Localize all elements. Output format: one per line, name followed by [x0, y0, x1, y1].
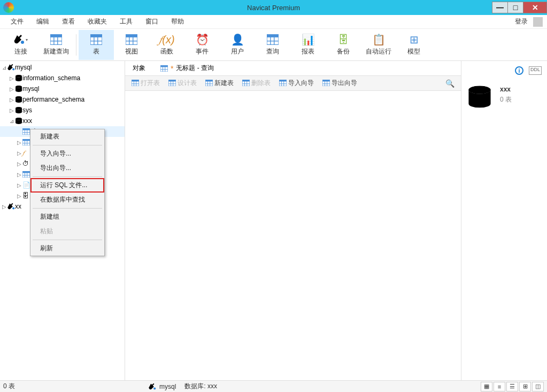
tool-function[interactable]: 𝑓(x) 函数 [149, 30, 184, 60]
query-group-icon [22, 171, 30, 178]
connection-tree[interactable]: ⊿ mysql ▷ information_schema ▷ mysql ▷ p… [0, 61, 125, 380]
menu-window[interactable]: 窗口 [139, 16, 165, 28]
view-group-icon [22, 139, 30, 145]
tab-objects[interactable]: 对象 [125, 61, 153, 75]
tool-new-query[interactable]: 新建查询 [38, 30, 74, 60]
menu-view[interactable]: 查看 [56, 16, 81, 28]
tool-event[interactable]: ⏰ 事件 [184, 30, 220, 60]
view-detail-button[interactable]: ☰ [506, 382, 518, 391]
open-table-icon [132, 80, 139, 87]
search-icon[interactable]: 🔍 [445, 79, 458, 88]
ctx-run-sql-file[interactable]: 运行 SQL 文件... [30, 178, 104, 193]
tree-connection[interactable]: ⊿ mysql [0, 62, 125, 73]
view-extra-button[interactable]: ◫ [532, 382, 544, 391]
connection-icon [7, 203, 15, 210]
report-icon: 📊 [301, 33, 315, 46]
status-connection-name: mysql [159, 383, 176, 390]
maximize-button[interactable]: □ [507, 2, 523, 13]
title-bar: Navicat Premium — □ ✕ [0, 0, 547, 15]
ctx-refresh[interactable]: 刷新 [30, 241, 104, 256]
view-list-button[interactable]: ≡ [494, 382, 505, 391]
table-icon [89, 33, 103, 46]
tree-db-label: xxx [22, 117, 32, 125]
tool-table[interactable]: 表 [79, 30, 114, 60]
ctx-export-wizard[interactable]: 导出向导... [30, 161, 104, 175]
tool-connect-label: 连接 [14, 47, 27, 56]
status-table-count: 0 表 [3, 382, 15, 391]
tree-db-xxx[interactable]: ⊿ xxx [0, 116, 125, 126]
tool-model-label: 模型 [407, 47, 420, 56]
menu-tools[interactable]: 工具 [113, 16, 139, 28]
avatar-icon[interactable] [533, 17, 543, 27]
status-connection-icon [149, 383, 156, 390]
ctx-separator [33, 176, 102, 177]
tool-model[interactable]: ⊞ 模型 [396, 30, 432, 60]
view-grid-button[interactable]: ▦ [481, 382, 492, 391]
info-icon[interactable]: i [515, 66, 523, 75]
export-wizard-icon [322, 80, 330, 87]
minimize-button[interactable]: — [492, 2, 508, 13]
function-icon: 𝑓(x) [160, 33, 174, 46]
tool-auto-run-label: 自动运行 [366, 47, 391, 56]
tree-conn-label: mysql [15, 64, 32, 71]
status-db-label: 数据库: xxx [184, 382, 217, 391]
tool-user-label: 用户 [231, 47, 244, 56]
ctx-separator [33, 145, 102, 145]
model-icon: ⊞ [407, 33, 421, 46]
tool-backup[interactable]: 🗄 备份 [326, 30, 361, 60]
center-pane: 对象 * 无标题 - 查询 打开表 设计表 新建表 删除表 导入向导 导出向导 … [125, 61, 461, 380]
info-pane: i DDL xxx 0 表 [461, 61, 547, 380]
object-actionbar: 打开表 设计表 新建表 删除表 导入向导 导出向导 🔍 [125, 76, 461, 91]
tool-query[interactable]: 查询 [255, 30, 290, 60]
tree-db-info-schema[interactable]: ▷ information_schema [0, 73, 125, 83]
view-icon [125, 33, 138, 46]
tree-db-label: sys [22, 106, 32, 114]
tree-conn-label: xx [15, 203, 21, 210]
database-large-icon [467, 86, 492, 108]
menu-edit[interactable]: 编辑 [30, 16, 56, 28]
tab-untitled-query[interactable]: * 无标题 - 查询 [153, 61, 221, 75]
menu-bar: 文件 编辑 查看 收藏夹 工具 窗口 帮助 登录 [0, 15, 547, 29]
database-icon [15, 75, 22, 81]
backup-icon: 🗄 [336, 33, 350, 46]
view-er-button[interactable]: ⊞ [519, 382, 531, 391]
ctx-new-group[interactable]: 新建组 [30, 210, 104, 224]
ctx-import-wizard[interactable]: 导入向导... [30, 147, 104, 161]
tree-db-perf-schema[interactable]: ▷ performance_schema [0, 94, 125, 105]
menu-favorites[interactable]: 收藏夹 [81, 16, 113, 28]
tool-user[interactable]: 👤 用户 [220, 30, 255, 60]
tree-db-label: mysql [22, 85, 39, 93]
tool-connect[interactable]: ▾ 连接 [3, 30, 38, 60]
tool-report[interactable]: 📊 报表 [290, 30, 326, 60]
menu-help[interactable]: 帮助 [165, 16, 190, 28]
ctx-paste: 粘贴 [30, 224, 104, 239]
database-icon [15, 118, 22, 124]
tool-table-label: 表 [93, 47, 99, 56]
window-controls: — □ ✕ [492, 2, 547, 13]
tool-auto-run[interactable]: 📋 自动运行 [361, 30, 396, 60]
act-new-table[interactable]: 新建表 [202, 78, 237, 89]
content-tabs: 对象 * 无标题 - 查询 [125, 61, 461, 76]
toolbar-separator [76, 34, 76, 56]
app-logo-icon [3, 2, 14, 13]
tab-objects-label: 对象 [133, 64, 145, 73]
close-button[interactable]: ✕ [523, 2, 547, 13]
query-tab-icon [160, 65, 168, 72]
ctx-new-table[interactable]: 新建表 [30, 129, 104, 144]
ctx-find-in-db[interactable]: 在数据库中查找 [30, 193, 104, 207]
ctx-separator [33, 240, 102, 240]
tool-view[interactable]: 视图 [114, 30, 149, 60]
act-import-wizard[interactable]: 导入向导 [276, 78, 317, 89]
object-list[interactable] [125, 91, 461, 380]
menu-file[interactable]: 文件 [4, 16, 30, 28]
tree-db-mysql[interactable]: ▷ mysql [0, 83, 125, 94]
design-table-icon [168, 80, 176, 87]
tree-db-sys[interactable]: ▷ sys [0, 105, 125, 116]
ddl-icon[interactable]: DDL [529, 66, 542, 75]
act-delete-table: 删除表 [239, 78, 274, 89]
import-wizard-icon [279, 80, 287, 87]
delete-table-icon [242, 80, 250, 87]
query-icon [266, 33, 280, 46]
act-export-wizard[interactable]: 导出向导 [319, 78, 360, 89]
login-link[interactable]: 登录 [512, 16, 531, 28]
